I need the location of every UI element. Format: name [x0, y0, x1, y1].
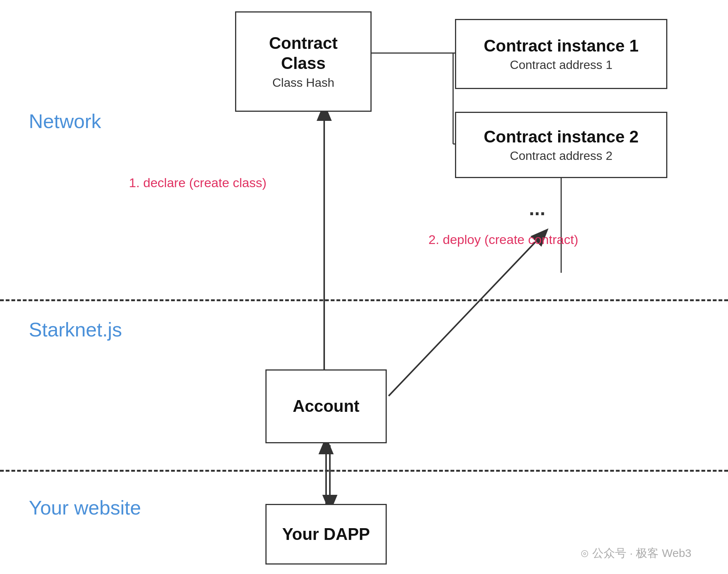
- contract-class-title: Contract Class: [269, 33, 338, 74]
- contract-instance-2-subtitle: Contract address 2: [510, 149, 612, 163]
- network-label: Network: [29, 110, 101, 133]
- divider-2: [0, 470, 728, 472]
- divider-1: [0, 299, 728, 301]
- contract-class-subtitle: Class Hash: [272, 76, 334, 90]
- your-dapp-box: Your DAPP: [265, 504, 387, 565]
- svg-line-12: [389, 235, 542, 396]
- contract-instance-1-title: Contract instance 1: [484, 36, 639, 56]
- starknetjs-label: Starknet.js: [29, 318, 122, 341]
- deploy-label: 2. deploy (create contract): [428, 231, 578, 248]
- your-dapp-title: Your DAPP: [282, 524, 370, 544]
- declare-label: 1. declare (create class): [129, 174, 267, 191]
- account-title: Account: [293, 396, 359, 416]
- contract-instance-1-box: Contract instance 1 Contract address 1: [455, 19, 667, 89]
- contract-instance-1-subtitle: Contract address 1: [510, 58, 612, 72]
- watermark: ⊙ 公众号 · 极客 Web3: [580, 546, 692, 561]
- contract-instance-2-box: Contract instance 2 Contract address 2: [455, 112, 667, 178]
- contract-class-box: Contract Class Class Hash: [235, 11, 372, 112]
- account-box: Account: [265, 369, 387, 443]
- diagram-container: Network Starknet.js Your website Contrac…: [0, 0, 728, 574]
- contract-instance-2-title: Contract instance 2: [484, 127, 639, 147]
- yourwebsite-label: Your website: [29, 496, 141, 519]
- dots-label: ...: [529, 197, 545, 220]
